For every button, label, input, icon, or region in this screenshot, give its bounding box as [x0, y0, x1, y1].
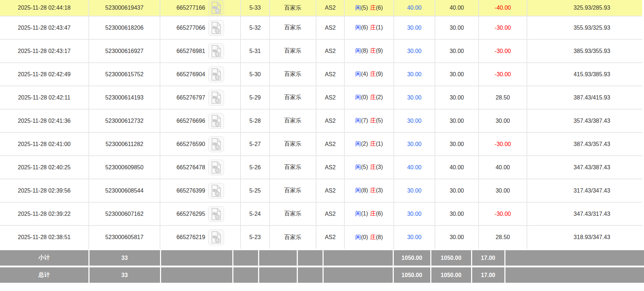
video-replay-button[interactable]	[208, 43, 224, 59]
record-row[interactable]: 2025-11-28 02:41:36 523000612732 6652766…	[0, 109, 642, 132]
video-replay-button[interactable]	[208, 0, 224, 16]
bet-time: 2025-11-28 02:40:25	[18, 164, 71, 170]
bet-amount-cell: 30.00	[394, 179, 435, 202]
table-code-cell: AS2	[316, 16, 344, 39]
game-id-cell: 665277166	[160, 0, 241, 16]
table-code-cell: AS2	[316, 156, 344, 179]
record-row[interactable]: 2025-11-28 02:41:00 523000611282 6652765…	[0, 132, 642, 156]
bet-id: 523000607162	[105, 211, 144, 217]
banker-score: (6)	[376, 5, 383, 11]
record-row[interactable]: 2025-11-28 02:39:22 523000607162 6652762…	[0, 202, 642, 225]
bet-amount-link[interactable]: 30.00	[407, 141, 421, 147]
round-number: 5-23	[249, 234, 261, 240]
game-round-id: 665276295	[176, 211, 205, 217]
bet-id: 523000614193	[105, 94, 144, 101]
balance-after-before: 357.43/387.43	[573, 118, 610, 124]
bet-time: 2025-11-28 02:44:18	[18, 5, 71, 11]
video-replay-button[interactable]	[208, 67, 224, 82]
banker-label: 庄	[370, 24, 376, 30]
bet-amount-link[interactable]: 40.00	[407, 5, 421, 11]
table-code-cell: AS2	[316, 39, 344, 63]
valid-amount: 30.00	[450, 118, 464, 124]
video-replay-button[interactable]	[208, 160, 224, 175]
banker-score: (1)	[376, 24, 383, 30]
video-replay-button[interactable]	[208, 113, 224, 129]
game-id-cell: 665276981	[160, 39, 241, 63]
bet-amount-link[interactable]: 30.00	[407, 234, 421, 240]
player-score: (1)	[361, 210, 368, 217]
bet-amount-link[interactable]: 30.00	[407, 188, 421, 194]
bet-amount-link[interactable]: 30.00	[407, 94, 421, 101]
bet-amount-link[interactable]: 30.00	[407, 211, 421, 217]
valid-amount-cell: 30.00	[435, 179, 479, 202]
video-replay-button[interactable]	[208, 183, 224, 199]
record-row[interactable]: 2025-11-28 02:42:11 523000614193 6652767…	[0, 86, 642, 109]
round-cell: 5-23	[241, 225, 270, 249]
video-replay-icon	[210, 208, 222, 220]
bet-amount-link[interactable]: 30.00	[407, 48, 421, 54]
banker-label: 庄	[370, 48, 376, 54]
valid-amount: 30.00	[450, 234, 464, 240]
video-replay-icon	[210, 91, 222, 104]
bet-time: 2025-11-28 02:38:51	[18, 234, 71, 240]
bet-amount-cell: 30.00	[394, 109, 435, 132]
win-loss-amount: 40.00	[495, 164, 510, 170]
bet-time-cell: 2025-11-28 02:44:18	[0, 0, 89, 16]
game-round-id: 665276478	[176, 164, 205, 171]
bet-amount-link[interactable]: 30.00	[407, 118, 421, 124]
video-replay-icon	[210, 1, 222, 14]
banker-score: (2)	[376, 94, 383, 100]
bet-amount-link[interactable]: 40.00	[407, 164, 421, 170]
record-row[interactable]: 2025-11-28 02:38:51 523000605817 6652762…	[0, 225, 642, 249]
game-type-cell: 百家乐	[270, 225, 316, 249]
subtotal-bet-amount: 1050.00	[393, 250, 431, 266]
bet-id-cell: 523000609850	[89, 156, 160, 179]
video-replay-button[interactable]	[208, 90, 224, 106]
video-replay-button[interactable]	[208, 229, 224, 245]
bet-time-cell: 2025-11-28 02:38:51	[0, 225, 89, 249]
bet-time-cell: 2025-11-28 02:42:11	[0, 86, 89, 109]
player-score: (5)	[361, 5, 368, 11]
game-result-cell: 闲(1)庄(6)	[344, 202, 394, 225]
video-replay-button[interactable]	[208, 20, 224, 36]
banker-score: (3)	[376, 187, 383, 193]
record-row[interactable]: 2025-11-28 02:40:25 523000609850 6652764…	[0, 156, 642, 179]
game-type-cell: 百家乐	[270, 0, 316, 16]
player-score: (0)	[361, 94, 368, 100]
bet-amount-link[interactable]: 30.00	[407, 25, 421, 31]
balance-after-before: 355.93/325.93	[573, 25, 610, 31]
game-type: 百家乐	[284, 164, 301, 170]
table-code: AS2	[325, 141, 335, 147]
table-code: AS2	[325, 25, 335, 31]
bet-id-cell: 523000612732	[89, 109, 160, 132]
total-row: 总计 33 1050.00 1050.00 17.00	[0, 267, 644, 283]
total-win-loss: 17.00	[471, 267, 505, 283]
valid-amount-cell: 30.00	[435, 63, 479, 86]
video-replay-icon	[210, 138, 222, 151]
total-valid-amount: 1050.00	[431, 267, 471, 283]
video-replay-button[interactable]	[208, 136, 224, 152]
game-id-cell: 665276696	[160, 109, 241, 132]
round-cell: 5-33	[241, 0, 270, 16]
total-count: 33	[89, 267, 160, 283]
game-result-cell: 闲(0)庄(8)	[344, 225, 394, 249]
record-row[interactable]: 2025-11-28 02:39:56 523000608544 6652763…	[0, 179, 642, 202]
player-score: (6)	[361, 24, 368, 30]
game-result-cell: 闲(5)庄(6)	[344, 0, 394, 16]
game-type: 百家乐	[284, 71, 301, 77]
game-type-cell: 百家乐	[270, 179, 316, 202]
table-code: AS2	[325, 164, 335, 170]
record-row[interactable]: 2025-11-28 02:42:49 523000615752 6652769…	[0, 63, 642, 86]
record-row[interactable]: 2025-11-28 02:43:17 523000616927 6652769…	[0, 39, 642, 63]
video-replay-button[interactable]	[208, 206, 224, 222]
record-row[interactable]: 2025-11-28 02:43:47 523000618206 6652770…	[0, 16, 642, 39]
bet-time: 2025-11-28 02:41:36	[18, 118, 71, 124]
banker-score: (6)	[376, 210, 383, 217]
balance-cell: 357.43/387.43	[527, 109, 642, 132]
round-cell: 5-26	[241, 156, 270, 179]
game-round-id: 665276981	[176, 48, 205, 54]
bet-amount-link[interactable]: 30.00	[407, 71, 421, 77]
record-row[interactable]: 2025-11-28 02:44:18 523000619437 6652771…	[0, 0, 642, 16]
bet-time: 2025-11-28 02:42:11	[18, 94, 70, 101]
banker-score: (3)	[376, 164, 383, 170]
